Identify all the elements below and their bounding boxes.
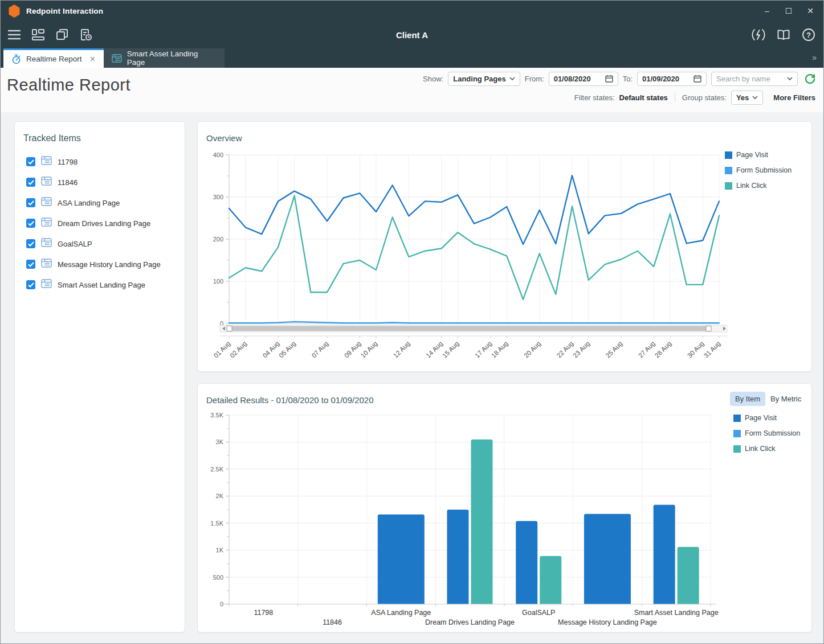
svg-text:ASA Landing Page: ASA Landing Page — [371, 609, 431, 617]
legend-swatch — [733, 415, 741, 422]
filter-states-label: Filter states: — [574, 93, 615, 102]
legend-label: Page Visit — [745, 414, 777, 422]
svg-text:500: 500 — [213, 574, 223, 581]
to-date-input[interactable]: 01/09/2020 — [637, 72, 707, 86]
app-window: Redpoint Interaction – ☐ ✕ Client A — [0, 0, 824, 644]
detailed-bar-chart: 05001K1.5K2K2.5K3K3.5K1179811846ASA Land… — [203, 409, 728, 630]
group-states-select[interactable]: Yes — [731, 91, 763, 105]
help-icon[interactable]: ? — [801, 27, 817, 43]
divider — [675, 93, 675, 102]
tab-realtime-report[interactable]: Realtime Report ✕ — [3, 48, 104, 68]
svg-text:05 Aug: 05 Aug — [278, 340, 297, 359]
svg-text:12 Aug: 12 Aug — [392, 340, 411, 359]
svg-text:01 Aug: 01 Aug — [213, 340, 232, 359]
checkbox-checked-icon[interactable] — [26, 157, 35, 166]
tracked-item-label: GoalSALP — [58, 240, 92, 248]
minimize-button[interactable]: – — [758, 3, 776, 19]
show-select[interactable]: Landing Pages — [448, 72, 520, 86]
svg-text:Smart Asset Landing Page: Smart Asset Landing Page — [634, 609, 719, 617]
documentation-book-icon[interactable] — [776, 27, 792, 43]
filter-states-value[interactable]: Default states — [619, 93, 668, 102]
legend-swatch — [725, 167, 732, 174]
detailed-results-panel: Detailed Results - 01/08/2020 to 01/09/2… — [197, 383, 812, 633]
chart-scrollbar[interactable] — [220, 325, 728, 332]
landing-page-icon — [41, 259, 52, 270]
chevron-down-icon — [752, 96, 758, 99]
more-filters-button[interactable]: More Filters — [773, 93, 815, 102]
overview-panel: Overview 010020030040001 Aug02 Aug04 Aug… — [197, 121, 812, 372]
maximize-button[interactable]: ☐ — [780, 3, 797, 19]
legend-item: Form Submission — [733, 429, 800, 437]
svg-text:30 Aug: 30 Aug — [686, 340, 705, 359]
bar — [378, 515, 425, 604]
tracked-item-label: Dream Drives Landing Page — [58, 219, 150, 228]
bar — [654, 504, 675, 604]
tracked-item-row[interactable]: 11846 — [26, 172, 179, 192]
report-history-icon[interactable] — [78, 27, 94, 43]
legend-label: Form Submission — [745, 429, 800, 437]
bar — [584, 514, 631, 604]
dashboard-layout-icon[interactable] — [30, 27, 46, 43]
sync-status-icon[interactable] — [750, 27, 766, 43]
tracked-item-row[interactable]: ASA Landing Page — [26, 192, 179, 213]
by-metric-button[interactable]: By Metric — [765, 392, 806, 406]
overview-line-chart: 010020030040001 Aug02 Aug04 Aug05 Aug07 … — [203, 143, 728, 372]
svg-text:200: 200 — [213, 236, 223, 243]
checkbox-checked-icon[interactable] — [26, 178, 35, 187]
legend-item: Link Click — [733, 445, 800, 453]
page-header: Realtime Report Show: Landing Pages From… — [1, 68, 823, 112]
tracked-item-row[interactable]: Message History Landing Page — [26, 254, 179, 274]
svg-text:100: 100 — [213, 278, 223, 285]
group-states-label: Group states: — [682, 93, 727, 102]
to-label: To: — [623, 75, 633, 83]
tracked-item-row[interactable]: Smart Asset Landing Page — [26, 274, 179, 295]
legend-label: Link Click — [736, 182, 767, 190]
svg-text:3K: 3K — [216, 438, 224, 445]
search-input[interactable] — [716, 75, 780, 83]
legend-swatch — [725, 182, 732, 190]
legend-item: Page Visit — [733, 414, 800, 422]
tracked-item-label: Smart Asset Landing Page — [58, 281, 145, 289]
bar — [540, 556, 561, 604]
checkbox-checked-icon[interactable] — [26, 198, 35, 207]
checkbox-checked-icon[interactable] — [26, 239, 35, 248]
tracked-item-row[interactable]: Dream Drives Landing Page — [26, 213, 179, 233]
svg-text:GoalSALP: GoalSALP — [522, 609, 555, 617]
tab-smart-asset-landing-page[interactable]: Smart Asset Landing Page — [104, 48, 225, 68]
legend-swatch — [733, 445, 741, 453]
tab-overflow-chevrons-icon[interactable]: » — [812, 53, 815, 62]
landing-page-icon — [112, 54, 122, 63]
svg-text:18 Aug: 18 Aug — [490, 340, 509, 359]
calendar-icon — [694, 75, 701, 83]
tracked-item-label: 11846 — [58, 178, 77, 187]
close-button[interactable]: ✕ — [802, 3, 819, 19]
checkbox-checked-icon[interactable] — [26, 219, 35, 228]
stopwatch-icon — [11, 54, 21, 64]
landing-page-icon — [41, 238, 52, 249]
pages-copy-icon[interactable] — [54, 27, 70, 43]
show-label: Show: — [423, 75, 443, 83]
svg-text:3.5K: 3.5K — [210, 412, 223, 419]
svg-text:23 Aug: 23 Aug — [572, 340, 591, 359]
svg-text:20 Aug: 20 Aug — [523, 340, 542, 359]
menu-hamburger-icon[interactable] — [6, 27, 22, 43]
checkbox-checked-icon[interactable] — [26, 280, 35, 289]
chevron-down-icon[interactable] — [787, 77, 793, 80]
legend-label: Form Submission — [736, 166, 792, 174]
landing-page-icon — [41, 177, 52, 188]
bar — [447, 510, 469, 604]
by-item-button[interactable]: By Item — [730, 392, 765, 406]
refresh-icon[interactable] — [805, 73, 815, 84]
svg-text:10 Aug: 10 Aug — [360, 340, 379, 359]
svg-text:300: 300 — [213, 194, 223, 200]
page-title: Realtime Report — [7, 76, 130, 95]
tracked-item-label: ASA Landing Page — [58, 199, 120, 207]
tracked-item-row[interactable]: GoalSALP — [26, 233, 179, 254]
tab-close-icon[interactable]: ✕ — [89, 55, 96, 63]
svg-text:2K: 2K — [216, 493, 224, 499]
tracked-item-row[interactable]: 11798 — [26, 151, 179, 172]
from-date-input[interactable]: 01/08/2020 — [549, 72, 618, 86]
detailed-legend: Page VisitForm SubmissionLink Click — [733, 414, 800, 453]
checkbox-checked-icon[interactable] — [26, 260, 35, 269]
legend-swatch — [725, 151, 732, 159]
